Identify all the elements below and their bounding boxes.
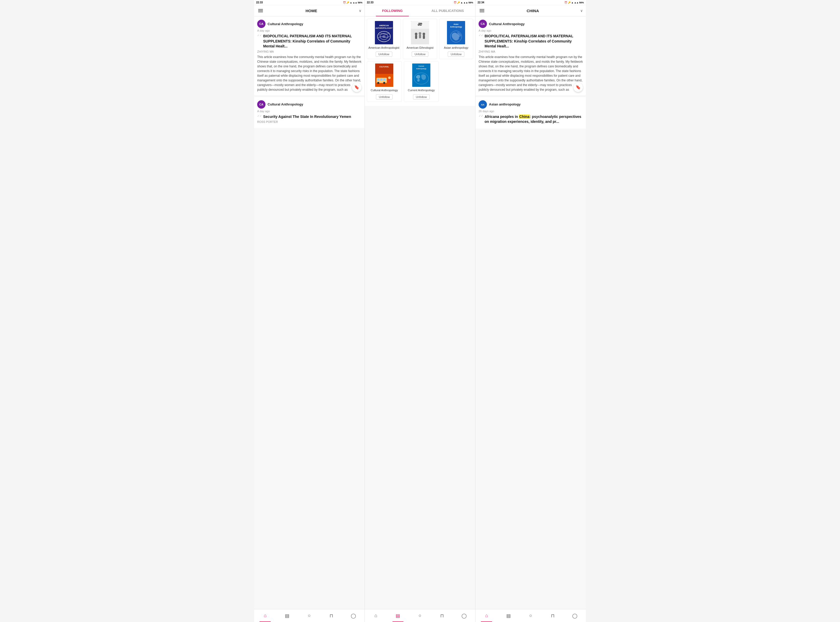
news-icon-left: ▤: [285, 613, 289, 619]
news-icon-right: ▤: [506, 613, 511, 619]
tab-profile-left[interactable]: ◯: [342, 609, 365, 622]
search-icon-left: ○: [308, 613, 311, 618]
bookmark-button-r1[interactable]: 🔖: [573, 83, 583, 92]
svg-text:CA: CA: [481, 22, 485, 25]
pub-current-anthropology: Current Anthropology Current Anthropolog…: [404, 61, 439, 102]
tab-news-mid[interactable]: ▤: [387, 609, 409, 622]
title-wrap-1: ✓✓ BIOPOLITICAL PATERNALISM AND ITS MATE…: [257, 34, 361, 50]
pub-name-ae: American Ethnologist: [406, 46, 434, 49]
profile-icon-right: ◯: [572, 613, 577, 619]
cover-asian: Asian Anthropology: [447, 21, 465, 44]
tab-bookmark-mid[interactable]: ⊓: [431, 609, 453, 622]
chevron-left[interactable]: ∨: [359, 9, 361, 13]
svg-text:CA: CA: [259, 22, 263, 25]
article-card-right-1: CA Cultural Anthropology A day ago ✓✓ BI…: [475, 17, 586, 95]
article-author-2: ROSS PORTER: [257, 120, 361, 123]
avatar-ca-1: CA: [257, 20, 266, 28]
alarm-icon: ⏰: [343, 1, 346, 4]
tab-search-mid[interactable]: ○: [409, 609, 431, 622]
tab-home-mid[interactable]: ⌂: [365, 609, 387, 622]
svg-rect-16: [419, 35, 421, 38]
right-panel: 22:34 ⏰ 🔑 ▲ ▲▲ 56% CHINA ∨: [475, 0, 586, 622]
source-name-2: Cultural Anthropology: [267, 102, 303, 106]
tab-search-right[interactable]: ○: [519, 609, 542, 622]
nav-tabs-mid: FOLLOWING ALL PUBLICATIONS: [365, 5, 475, 17]
svg-point-9: [382, 35, 385, 38]
tab-following[interactable]: FOLLOWING: [365, 5, 420, 16]
bookmark-icon-r1: 🔖: [576, 85, 581, 90]
article-title-r1[interactable]: BIOPOLITICAL PATERNALISM AND ITS MATERNA…: [484, 34, 583, 49]
avatar-ca-2: CA: [257, 100, 266, 108]
tab-profile-right[interactable]: ◯: [564, 609, 586, 622]
cover-ae: æ: [411, 21, 429, 44]
timestamp-r2: 26 days ago: [479, 110, 583, 113]
right-content[interactable]: CA Cultural Anthropology A day ago ✓✓ BI…: [475, 17, 586, 609]
article-author-1: ZHIYING MA: [257, 50, 361, 53]
tab-bookmark-right[interactable]: ⊓: [542, 609, 564, 622]
tab-news-right[interactable]: ▤: [498, 609, 519, 622]
search-icon-right: ○: [529, 613, 532, 618]
bottom-bar-right: ⌂ ▤ ○ ⊓ ◯: [475, 609, 586, 622]
svg-text:AA: AA: [481, 104, 484, 106]
card-header: CA Cultural Anthropology: [257, 20, 361, 28]
tab-search-left[interactable]: ○: [298, 609, 320, 622]
unfollow-asian[interactable]: Unfollow: [448, 52, 464, 57]
nav-bar-right: CHINA ∨: [475, 5, 586, 17]
title-wrap-r1: ✓✓ BIOPOLITICAL PATERNALISM AND ITS MATE…: [479, 34, 583, 50]
tab-profile-mid[interactable]: ◯: [453, 609, 475, 622]
source-name-1: Cultural Anthropology: [267, 22, 303, 26]
tab-news-left[interactable]: ▤: [276, 609, 298, 622]
article-card-left-2: CA Cultural Anthropology A day ago ✓✓ Se…: [254, 97, 365, 128]
timestamp-r1: A day ago: [479, 29, 583, 32]
article-title-2[interactable]: Security Against The State In Revolution…: [263, 114, 351, 119]
tab-all-publications[interactable]: ALL PUBLICATIONS: [420, 5, 475, 16]
left-content[interactable]: CA Cultural Anthropology A day ago ✓✓ BI…: [254, 17, 365, 609]
svg-rect-14: [415, 35, 417, 39]
battery-mid: 56%: [469, 1, 473, 4]
svg-text:Asian: Asian: [454, 23, 459, 25]
pub-cultural-anthropology: CULTURAL: [367, 61, 402, 102]
source-name-r1: Cultural Anthropology: [489, 22, 524, 26]
status-icons-mid: ⏰ 🔑 ▲ ▲▲ 56%: [454, 1, 473, 4]
article-body-r1: This article examines how the community …: [479, 55, 583, 92]
svg-point-15: [419, 32, 421, 35]
pub-name-current: Current Anthropology: [408, 88, 435, 92]
tab-bookmark-left[interactable]: ⊓: [321, 609, 342, 622]
bookmark-tab-icon-left: ⊓: [330, 613, 333, 619]
mid-content[interactable]: AMERICAN ANTHROPOLOGIST American Anthrop…: [365, 17, 475, 609]
check-icon-2: ✓✓: [257, 114, 262, 118]
left-panel: 22:33 ⏰ 🔑 ▲ ▲▲ 56% HOME ∨: [254, 0, 365, 622]
article-author-r1: ZHIYING MA: [479, 50, 583, 53]
tab-home-right[interactable]: ⌂: [475, 609, 498, 622]
hamburger-menu-right[interactable]: [479, 8, 485, 13]
unfollow-aa[interactable]: Unfollow: [376, 52, 392, 57]
unfollow-ae[interactable]: Unfollow: [412, 52, 428, 57]
publications-grid: AMERICAN ANTHROPOLOGIST American Anthrop…: [365, 17, 475, 106]
pub-american-ethnologist: æ American Ethnologist: [403, 19, 437, 59]
tab-home-left[interactable]: ⌂: [254, 609, 276, 622]
status-bar-right: 22:34 ⏰ 🔑 ▲ ▲▲ 56%: [475, 0, 586, 5]
pub-row-2: CULTURAL: [367, 61, 473, 102]
timestamp-1: A day ago: [257, 29, 361, 32]
status-time-mid: 22:33: [367, 1, 374, 4]
svg-point-31: [383, 82, 385, 84]
pub-asian-anthropology: Asian Anthropology Asian anthropology Un…: [439, 19, 473, 59]
svg-rect-29: [383, 79, 385, 81]
svg-point-17: [423, 33, 425, 35]
bottom-bar-left: ⌂ ▤ ○ ⊓ ◯: [254, 609, 365, 622]
chevron-right[interactable]: ∨: [580, 9, 583, 13]
article-title-1[interactable]: BIOPOLITICAL PATERNALISM AND ITS MATERNA…: [263, 34, 361, 49]
unfollow-cult[interactable]: Unfollow: [376, 95, 393, 99]
key-icon-mid: 🔑: [457, 1, 460, 4]
pub-name-cult: Cultural Anthropology: [371, 88, 398, 92]
status-bar-mid: 22:33 ⏰ 🔑 ▲ ▲▲ 56%: [365, 0, 475, 5]
article-title-r2[interactable]: Africana peoples in China: psychoanalyti…: [484, 114, 583, 124]
card-header-r2: AA Asian anthropology: [479, 100, 583, 108]
status-icons-left: ⏰ 🔑 ▲ ▲▲ 56%: [343, 1, 362, 4]
bookmark-button-1[interactable]: 🔖: [352, 83, 361, 92]
cover-current: Current Anthropology: [412, 64, 431, 87]
svg-text:Anthropology: Anthropology: [416, 68, 426, 69]
card-header-r1: CA Cultural Anthropology: [479, 20, 583, 28]
hamburger-menu-left[interactable]: [257, 8, 264, 13]
unfollow-current[interactable]: Unfollow: [413, 95, 429, 99]
